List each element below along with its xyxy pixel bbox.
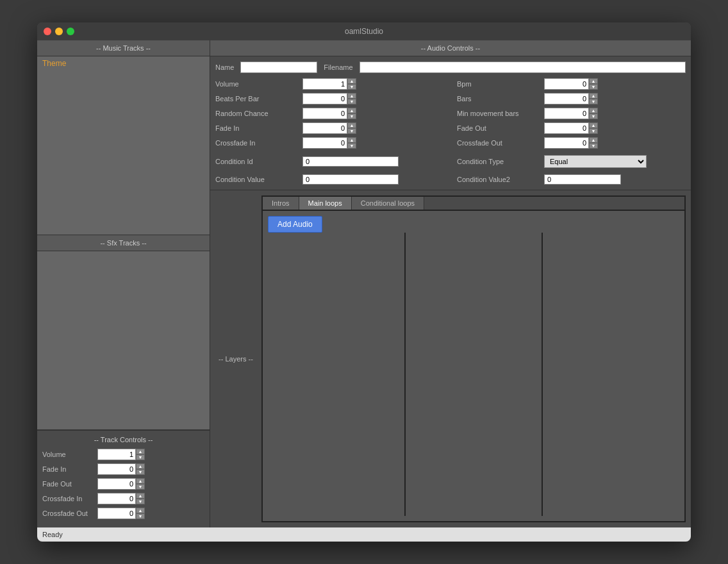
tc-volume-down[interactable]: ▼ bbox=[136, 454, 145, 460]
ac-fadeout-input[interactable] bbox=[544, 122, 589, 134]
tc-crossfadeout-spinner: ▲ ▼ bbox=[97, 508, 145, 519]
beats-per-bar-down[interactable]: ▼ bbox=[347, 99, 356, 104]
tc-crossfadeout-down[interactable]: ▼ bbox=[136, 513, 145, 519]
min-movement-bars-up[interactable]: ▲ bbox=[589, 108, 598, 113]
ac-crossfadeout-label: Crossfade Out bbox=[457, 139, 540, 147]
minimize-button[interactable] bbox=[55, 28, 63, 35]
music-tracks-header: -- Music Tracks -- bbox=[37, 40, 210, 56]
bars-spinner: ▲ ▼ bbox=[544, 93, 598, 104]
tc-fadeout-label: Fade Out bbox=[42, 480, 94, 488]
tab-conditional-loops[interactable]: Conditional loops bbox=[352, 197, 424, 210]
tab-content: Add Audio bbox=[263, 211, 684, 521]
min-movement-bars-down[interactable]: ▼ bbox=[589, 113, 598, 119]
bars-up[interactable]: ▲ bbox=[589, 93, 598, 99]
tab-intros[interactable]: Intros bbox=[263, 197, 299, 210]
beats-per-bar-input[interactable] bbox=[302, 93, 347, 104]
tc-crossfadeout-up[interactable]: ▲ bbox=[136, 508, 145, 513]
add-audio-button[interactable]: Add Audio bbox=[268, 216, 322, 233]
tc-fadein-row: Fade In ▲ ▼ bbox=[42, 463, 204, 475]
tab-bar: Intros Main loops Conditional loops bbox=[263, 197, 684, 211]
condition-type-select[interactable]: Equal Greater Less bbox=[544, 155, 647, 168]
ac-fadein-up[interactable]: ▲ bbox=[347, 122, 356, 128]
ac-crossfadein-input[interactable] bbox=[302, 137, 347, 149]
volume-input[interactable] bbox=[302, 78, 347, 90]
ac-crossfadein-up[interactable]: ▲ bbox=[347, 137, 356, 143]
music-track-item[interactable]: Theme bbox=[37, 56, 210, 70]
tc-crossfadeout-input[interactable] bbox=[97, 508, 136, 519]
tc-volume-input[interactable] bbox=[97, 449, 136, 460]
right-panel: -- Audio Controls -- Name Filename Volum… bbox=[210, 40, 691, 527]
random-chance-down[interactable]: ▼ bbox=[347, 113, 356, 119]
ac-crossfadein-down[interactable]: ▼ bbox=[347, 143, 356, 149]
min-movement-bars-input[interactable] bbox=[544, 108, 589, 119]
volume-down[interactable]: ▼ bbox=[347, 84, 356, 90]
condition-type-label: Condition Type bbox=[457, 158, 540, 165]
filename-label: Filename bbox=[324, 63, 352, 71]
condition-id-label: Condition Id bbox=[215, 158, 299, 165]
bars-input[interactable] bbox=[544, 93, 589, 104]
tc-volume-label: Volume bbox=[42, 451, 94, 458]
condition-value2-label: Condition Value2 bbox=[457, 176, 540, 183]
status-bar: Ready bbox=[37, 527, 691, 542]
condition-value2-input[interactable] bbox=[544, 174, 621, 185]
music-tracks-section: -- Music Tracks -- Theme bbox=[37, 40, 210, 235]
tc-crossfadein-up[interactable]: ▲ bbox=[136, 493, 145, 499]
name-input[interactable] bbox=[240, 62, 317, 73]
ac-crossfadein-row: Crossfade In ▲ ▼ bbox=[215, 137, 444, 149]
random-chance-up[interactable]: ▲ bbox=[347, 108, 356, 113]
tc-fadeout-input[interactable] bbox=[97, 478, 136, 490]
tab-columns bbox=[268, 233, 679, 516]
ac-crossfadeout-row: Crossfade Out ▲ ▼ bbox=[457, 137, 686, 149]
random-chance-label: Random Chance bbox=[215, 110, 299, 117]
main-content: -- Music Tracks -- Theme -- Sfx Tracks -… bbox=[37, 40, 691, 527]
audio-controls-body: Name Filename Volume ▲ ▼ bbox=[210, 56, 691, 190]
layers-section: -- Layers -- Intros Main loops Condition… bbox=[210, 190, 691, 527]
tc-crossfadein-input[interactable] bbox=[97, 493, 136, 504]
random-chance-input[interactable] bbox=[302, 108, 347, 119]
tabs-area: Intros Main loops Conditional loops Add … bbox=[261, 195, 686, 522]
ac-fadein-down[interactable]: ▼ bbox=[347, 128, 356, 134]
bpm-up[interactable]: ▲ bbox=[589, 78, 598, 84]
tc-crossfadein-down[interactable]: ▼ bbox=[136, 499, 145, 504]
ac-crossfadein-label: Crossfade In bbox=[215, 139, 299, 147]
min-movement-bars-label: Min movement bars bbox=[457, 110, 540, 117]
ac-fadeout-down[interactable]: ▼ bbox=[589, 128, 598, 134]
beats-per-bar-up[interactable]: ▲ bbox=[347, 93, 356, 99]
volume-up[interactable]: ▲ bbox=[347, 78, 356, 84]
ac-crossfadeout-up[interactable]: ▲ bbox=[589, 137, 598, 143]
condition-id-input[interactable] bbox=[302, 156, 399, 167]
bars-down[interactable]: ▼ bbox=[589, 99, 598, 104]
condition-value-input[interactable] bbox=[302, 174, 399, 185]
tab-main-loops[interactable]: Main loops bbox=[299, 197, 352, 210]
filename-input[interactable] bbox=[360, 62, 686, 73]
maximize-button[interactable] bbox=[67, 28, 74, 35]
beats-per-bar-row: Beats Per Bar ▲ ▼ bbox=[215, 93, 444, 104]
ac-crossfadeout-input[interactable] bbox=[544, 137, 589, 149]
left-panel: -- Music Tracks -- Theme -- Sfx Tracks -… bbox=[37, 40, 210, 527]
min-movement-bars-row: Min movement bars ▲ ▼ bbox=[457, 108, 686, 119]
ac-crossfadeout-down[interactable]: ▼ bbox=[589, 143, 598, 149]
tc-fadein-input[interactable] bbox=[97, 463, 136, 475]
ac-crossfadeout-spinner: ▲ ▼ bbox=[544, 137, 598, 149]
tc-fadeout-down[interactable]: ▼ bbox=[136, 484, 145, 490]
bpm-row: Bpm ▲ ▼ bbox=[457, 78, 686, 90]
tc-fadein-down[interactable]: ▼ bbox=[136, 469, 145, 475]
condition-value-label: Condition Value bbox=[215, 176, 299, 183]
bars-label: Bars bbox=[457, 95, 540, 103]
tc-fadeout-up[interactable]: ▲ bbox=[136, 478, 145, 484]
bars-row: Bars ▲ ▼ bbox=[457, 93, 686, 104]
bpm-input[interactable] bbox=[544, 78, 589, 90]
volume-label: Volume bbox=[215, 80, 299, 88]
sfx-tracks-content bbox=[37, 251, 210, 429]
tc-fadein-up[interactable]: ▲ bbox=[136, 463, 145, 469]
close-button[interactable] bbox=[44, 28, 51, 35]
track-controls-header: -- Track Controls -- bbox=[42, 436, 204, 444]
window-title: oamlStudio bbox=[345, 27, 383, 36]
ac-fadein-input[interactable] bbox=[302, 122, 347, 134]
track-controls-section: -- Track Controls -- Volume ▲ ▼ Fade In bbox=[37, 430, 210, 527]
bpm-down[interactable]: ▼ bbox=[589, 84, 598, 90]
volume-spinner: ▲ ▼ bbox=[302, 78, 356, 90]
tc-crossfadein-spinner: ▲ ▼ bbox=[97, 493, 145, 504]
ac-fadeout-up[interactable]: ▲ bbox=[589, 122, 598, 128]
tc-volume-up[interactable]: ▲ bbox=[136, 449, 145, 454]
